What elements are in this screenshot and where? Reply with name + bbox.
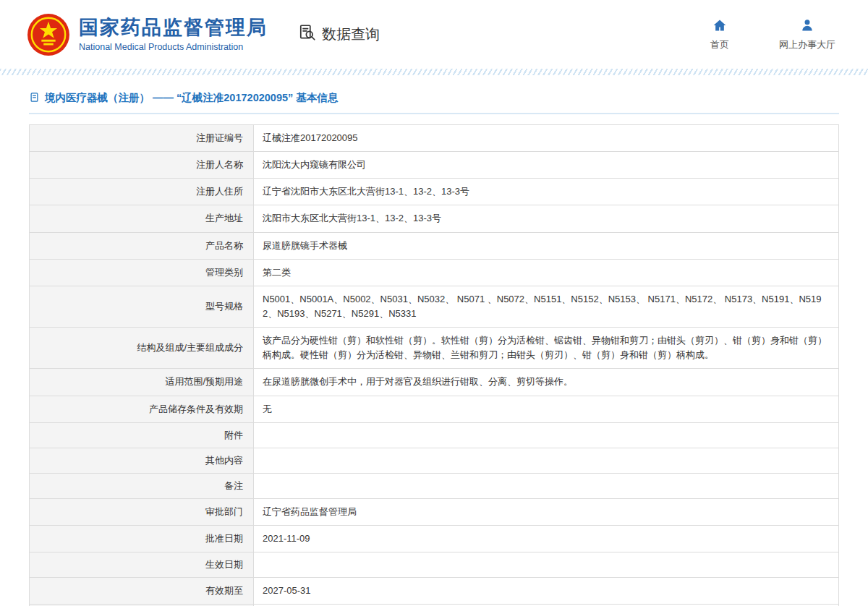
row-value: 2027-05-31 xyxy=(254,577,839,604)
nav-service-hall-label: 网上办事大厅 xyxy=(779,38,835,51)
table-row: 生效日期 xyxy=(30,552,839,577)
nmpa-emblem-logo xyxy=(27,14,69,56)
row-value: 无 xyxy=(254,396,839,422)
row-value: 尿道膀胱镜手术器械 xyxy=(254,232,839,259)
header: 国家药品监督管理局 National Medical Products Admi… xyxy=(0,0,868,69)
row-value xyxy=(254,552,839,577)
table-row: 生产地址 沈阳市大东区北大营街13-1、13-2、13-3号 xyxy=(30,205,839,232)
row-value: N5001、N5001A、N5002、N5031、N5032、 N5071 、N… xyxy=(254,286,839,327)
row-value xyxy=(254,422,839,448)
row-label: 注册人名称 xyxy=(30,152,254,179)
row-label: 附件 xyxy=(30,422,254,448)
row-label: 型号规格 xyxy=(30,286,254,327)
row-value: 该产品分为硬性钳（剪）和软性钳（剪）。软性钳（剪）分为活检钳、锯齿钳、异物钳和剪… xyxy=(254,328,839,369)
document-icon xyxy=(29,92,40,105)
row-label: 生效日期 xyxy=(30,552,254,577)
data-query-icon xyxy=(298,23,317,46)
row-label: 注册人住所 xyxy=(30,179,254,205)
table-row: 型号规格 N5001、N5001A、N5002、N5031、N5032、 N50… xyxy=(30,286,839,327)
row-value xyxy=(254,473,839,498)
table-row: 注册人住所 辽宁省沈阳市大东区北大营街13-1、13-2、13-3号 xyxy=(30,179,839,205)
brand: 国家药品监督管理局 National Medical Products Admi… xyxy=(27,14,268,56)
table-row: 有效期至 2027-05-31 xyxy=(30,577,839,604)
row-value: 沈阳市大东区北大营街13-1、13-2、13-3号 xyxy=(254,205,839,232)
nav-home[interactable]: 首页 xyxy=(702,18,737,51)
nav-data-query[interactable]: 数据查询 xyxy=(298,23,380,46)
page-title: 境内医疗器械（注册） —— “辽械注准20172020095” 基本信息 xyxy=(29,91,839,114)
row-label: 有效期至 xyxy=(30,577,254,604)
row-label: 批准日期 xyxy=(30,525,254,552)
row-value: 沈阳沈大内窥镜有限公司 xyxy=(254,152,839,179)
nav-home-label: 首页 xyxy=(710,38,729,51)
org-name-cn: 国家药品监督管理局 xyxy=(79,17,268,39)
table-row: 结构及组成/主要组成成分 该产品分为硬性钳（剪）和软性钳（剪）。软性钳（剪）分为… xyxy=(30,328,839,369)
row-label: 备注 xyxy=(30,473,254,498)
row-value: 辽宁省沈阳市大东区北大营街13-1、13-2、13-3号 xyxy=(254,179,839,205)
row-label: 适用范围/预期用途 xyxy=(30,369,254,396)
table-row: 产品名称 尿道膀胱镜手术器械 xyxy=(30,232,839,259)
row-label: 结构及组成/主要组成成分 xyxy=(30,328,254,369)
table-row: 批准日期 2021-11-09 xyxy=(30,525,839,552)
row-value xyxy=(254,448,839,473)
table-row: 审批部门 辽宁省药品监督管理局 xyxy=(30,498,839,525)
table-row: 适用范围/预期用途 在尿道膀胱微创手术中，用于对器官及组织进行钳取、分离、剪切等… xyxy=(30,369,839,396)
page-title-text: 境内医疗器械（注册） —— “辽械注准20172020095” 基本信息 xyxy=(45,91,338,105)
top-nav: 首页 网上办事大厅 xyxy=(702,18,835,51)
row-value: 在尿道膀胱微创手术中，用于对器官及组织进行钳取、分离、剪切等操作。 xyxy=(254,369,839,396)
row-label: 管理类别 xyxy=(30,259,254,286)
table-row: 附件 xyxy=(30,422,839,448)
nav-service-hall[interactable]: 网上办事大厅 xyxy=(779,18,835,51)
data-query-label: 数据查询 xyxy=(322,25,380,44)
table-row: 注册证编号 辽械注准20172020095 xyxy=(30,125,839,152)
org-name-en: National Medical Products Administration xyxy=(79,42,268,52)
row-value: 第二类 xyxy=(254,259,839,286)
table-row: 产品储存条件及有效期 无 xyxy=(30,396,839,422)
row-label: 产品储存条件及有效期 xyxy=(30,396,254,422)
main-content: 境内医疗器械（注册） —— “辽械注准20172020095” 基本信息 注册证… xyxy=(0,75,868,606)
table-row: 注册人名称 沈阳沈大内窥镜有限公司 xyxy=(30,152,839,179)
table-row: 管理类别 第二类 xyxy=(30,259,839,286)
divider-stripes xyxy=(0,69,868,75)
row-value: 辽宁省药品监督管理局 xyxy=(254,498,839,525)
registration-info-table: 注册证编号 辽械注准20172020095 注册人名称 沈阳沈大内窥镜有限公司 … xyxy=(29,124,839,606)
row-label: 产品名称 xyxy=(30,232,254,259)
row-label: 其他内容 xyxy=(30,448,254,473)
table-row: 其他内容 xyxy=(30,448,839,473)
row-label: 生产地址 xyxy=(30,205,254,232)
row-label: 注册证编号 xyxy=(30,125,254,152)
row-value: 2021-11-09 xyxy=(254,525,839,552)
home-icon xyxy=(712,18,727,35)
table-row: 备注 xyxy=(30,473,839,498)
row-value: 辽械注准20172020095 xyxy=(254,125,839,152)
row-label: 审批部门 xyxy=(30,498,254,525)
user-icon xyxy=(800,18,814,35)
